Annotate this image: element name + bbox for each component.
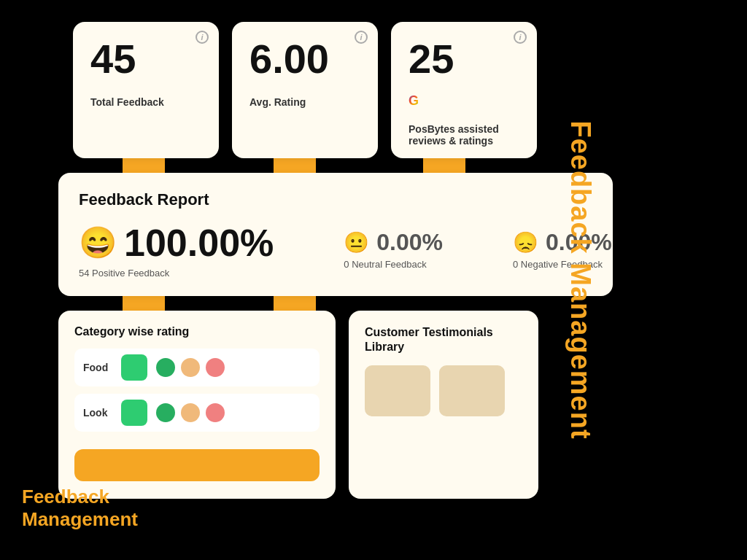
- testimonial-thumb-1: [365, 365, 430, 416]
- category-rating-card: Category wise rating Food Look: [58, 311, 336, 499]
- testimonials-card: Customer Testimonials Library: [349, 311, 538, 499]
- look-dot-peach: [181, 403, 200, 422]
- google-icon: G: [409, 93, 419, 109]
- feedback-report-title: Feedback Report: [79, 190, 592, 209]
- food-dots: [156, 358, 225, 377]
- main-container: i 45 Total Feedback i 6.00 Avg. Rating i…: [0, 0, 747, 560]
- posbytz-number: 25: [409, 36, 519, 82]
- negative-emoji: 😞: [513, 233, 538, 253]
- category-action-button[interactable]: [74, 449, 320, 481]
- negative-count: 0 Negative Feedback: [513, 259, 612, 270]
- testimonials-thumbs: [365, 365, 522, 416]
- negative-feedback-item: 😞 0.00% 0 Negative Feedback: [513, 229, 612, 270]
- total-feedback-number: 45: [90, 36, 201, 82]
- google-icon-row: G: [409, 93, 519, 109]
- food-dot-green: [156, 358, 175, 377]
- neutral-emoji: 😐: [344, 233, 369, 253]
- avg-rating-info-icon[interactable]: i: [355, 31, 368, 44]
- look-label: Look: [83, 407, 112, 419]
- feedback-stats-row: 😄 100.00% 54 Positive Feedback 😐 0.00% 0…: [79, 221, 592, 279]
- look-dot-pink: [206, 403, 225, 422]
- positive-feedback-item: 😄 100.00% 54 Positive Feedback: [79, 221, 274, 279]
- category-look-row: Look: [74, 394, 320, 432]
- positive-percent: 100.00%: [124, 221, 274, 265]
- food-rating-square: [121, 354, 147, 381]
- avg-rating-card: i 6.00 Avg. Rating: [232, 22, 378, 158]
- negative-feedback-main: 😞 0.00%: [513, 229, 612, 256]
- positive-emoji: 😄: [79, 228, 117, 258]
- feedback-report-card: Feedback Report 😄 100.00% 54 Positive Fe…: [58, 173, 613, 296]
- look-rating-square: [121, 400, 147, 426]
- avg-rating-label: Avg. Rating: [249, 96, 360, 108]
- food-dot-peach: [181, 358, 200, 377]
- category-rating-title: Category wise rating: [74, 325, 320, 338]
- posbytz-label: PosBytes assisted reviews & ratings: [409, 123, 519, 147]
- neutral-feedback-item: 😐 0.00% 0 Neutral Feedback: [344, 229, 443, 270]
- neutral-feedback-main: 😐 0.00%: [344, 229, 443, 256]
- neutral-percent: 0.00%: [376, 229, 443, 256]
- posbytz-info-icon[interactable]: i: [514, 31, 527, 44]
- total-feedback-info-icon[interactable]: i: [196, 31, 209, 44]
- testimonial-thumb-2: [439, 365, 505, 416]
- look-dot-green: [156, 403, 175, 422]
- bottom-left-text: FeedbackManagement: [22, 486, 138, 531]
- testimonials-title: Customer Testimonials Library: [365, 325, 522, 356]
- category-food-row: Food: [74, 349, 320, 386]
- positive-feedback-main: 😄 100.00%: [79, 221, 274, 265]
- neutral-count: 0 Neutral Feedback: [344, 259, 443, 270]
- positive-count: 54 Positive Feedback: [79, 268, 274, 279]
- avg-rating-number: 6.00: [249, 36, 360, 82]
- food-dot-pink: [206, 358, 225, 377]
- total-feedback-card: i 45 Total Feedback: [73, 22, 219, 158]
- look-dots: [156, 403, 225, 422]
- posbytz-card: i 25 G PosBytes assisted reviews & ratin…: [391, 22, 537, 158]
- right-vertical-text: Feedback Management: [565, 120, 596, 439]
- total-feedback-label: Total Feedback: [90, 96, 201, 108]
- food-label: Food: [83, 362, 112, 373]
